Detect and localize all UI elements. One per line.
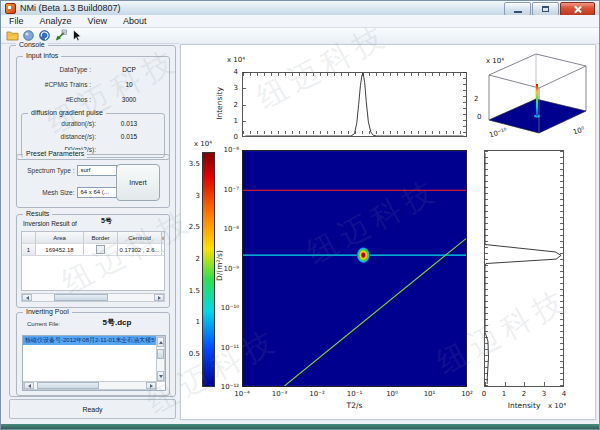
map-yticks: 10⁻⁶10⁻⁷10⁻⁸10⁻⁹10⁻¹⁰10⁻¹¹10⁻¹² <box>219 150 239 387</box>
border-header: Border <box>84 232 118 243</box>
scroll-thumb[interactable] <box>54 294 108 301</box>
menu-about[interactable]: About <box>115 16 155 26</box>
input-infos-group: Input infos DataType : DCP #CPMG Trains … <box>16 56 170 160</box>
centroid-header: Centroid <box>118 232 162 243</box>
cpmg-trains-value: 10 <box>91 81 167 88</box>
spectrum-type-value: surf <box>78 166 116 175</box>
border-checkbox[interactable] <box>96 245 105 254</box>
map-xticks: 10⁻⁴10⁻³10⁻²10⁻¹10⁰10¹10² <box>242 390 467 398</box>
echos-label: #Echos : <box>19 96 91 103</box>
current-file-value: 5号.dcp <box>77 317 157 328</box>
top-plot-ylabel: Intensity <box>215 74 224 134</box>
area-header: Area <box>36 232 84 243</box>
pool-file-item[interactable]: 核磁仪设备号-2012年08月2-11-01来全石油大楼5号 <box>23 336 156 345</box>
invert-button[interactable]: Invert <box>116 164 160 201</box>
dist-header: Dist <box>162 232 164 243</box>
app-window: NMi (Beta 1.3 Build0807) File Analyze Vi… <box>0 0 600 430</box>
menu-analyze[interactable]: Analyze <box>32 16 80 26</box>
cpmg-trains-row: #CPMG Trains : 10 <box>19 77 167 92</box>
pool-horizontal-scrollbar[interactable] <box>23 381 157 390</box>
diffusion-title: diffusion gradient pulse <box>28 109 106 117</box>
colorbar-exponent-label: x 10⁴ <box>194 140 212 148</box>
distance-label: distance(/s): <box>24 133 96 140</box>
scroll-track[interactable] <box>34 382 146 389</box>
scroll-left-icon[interactable] <box>22 294 32 301</box>
titlebar: NMi (Beta 1.3 Build0807) <box>1 1 599 15</box>
pool-listbox[interactable]: 核磁仪设备号-2012年08月2-11-01来全石油大楼5号 <box>22 335 166 391</box>
close-icon <box>573 5 582 14</box>
window-bottom-edge <box>1 424 599 429</box>
right-plot-ticks-right <box>560 151 563 386</box>
inverting-pool-group: Inverting Pool Current File: 5号.dcp 核磁仪设… <box>16 312 170 396</box>
right-plot-ticks-left <box>485 151 488 386</box>
minimize-button[interactable] <box>504 2 531 16</box>
dist-cell: 99.21 <box>162 244 164 255</box>
results-group: Results Inversion Result of 5号 Area Bord… <box>16 214 170 308</box>
border-cell <box>84 244 118 255</box>
centroid-cell: 0.17302 , 2.6... <box>118 244 162 255</box>
t2-projection-curve <box>245 73 463 136</box>
console-panel: Console Input infos DataType : DCP #CPMG… <box>9 45 176 397</box>
results-title: Results <box>23 210 52 218</box>
menu-file[interactable]: File <box>1 16 32 26</box>
pointer-icon[interactable] <box>68 29 84 43</box>
top-plot-ticks-left <box>243 72 246 136</box>
preset-parameters-group: Preset Parameters Spectrum Type : surf M… <box>16 154 170 208</box>
right-plot-xticks: 01234 <box>484 390 564 398</box>
plot-panel: x 10⁴ 43210 Intensity <box>180 44 596 420</box>
echos-row: #Echos : 3000 <box>19 92 167 107</box>
scroll-right-icon[interactable] <box>146 382 156 389</box>
table-row[interactable]: 1 169452.18 0.17302 , 2.6... 99.21 <box>22 244 164 256</box>
corner-header <box>22 232 36 243</box>
right-plot-ticks-bottom <box>485 382 564 386</box>
inverting-pool-title: Inverting Pool <box>23 308 72 316</box>
mesh-size-value: 64 x 64 (... <box>78 188 116 197</box>
datatype-row: DataType : DCP <box>19 62 167 77</box>
scroll-down-icon[interactable] <box>157 371 164 381</box>
surface-exponent-label: x 10⁴ <box>486 57 504 65</box>
scroll-up-icon[interactable] <box>157 337 164 347</box>
inversion-result-value: 5号 <box>101 216 112 226</box>
spectrum-type-label: Spectrum Type : <box>19 167 74 174</box>
duration-value: 0.013 <box>96 120 162 127</box>
maximize-icon <box>542 6 549 12</box>
scroll-right-icon[interactable] <box>154 294 164 301</box>
input-infos-title: Input infos <box>23 52 61 60</box>
d-projection-curve <box>485 153 561 384</box>
row-index: 1 <box>22 244 36 255</box>
distance-value: 0.015 <box>96 133 162 140</box>
cpmg-trains-label: #CPMG Trains : <box>19 81 91 88</box>
top-plot-ticks-top <box>243 73 466 76</box>
close-button[interactable] <box>560 2 595 16</box>
colorbar-ticks: 3.532.521.510.5 <box>182 164 200 354</box>
d-t2-peak-core <box>362 253 366 258</box>
d-t2-map <box>242 150 467 387</box>
import-data-icon[interactable] <box>52 29 68 43</box>
menu-view[interactable]: View <box>80 16 115 26</box>
scroll-track[interactable] <box>157 347 164 371</box>
area-cell: 169452.18 <box>36 244 84 255</box>
scroll-thumb[interactable] <box>37 382 99 389</box>
top-plot-yticks: 43210 <box>225 72 238 137</box>
scroll-track[interactable] <box>32 294 154 301</box>
right-plot-exponent-label: x 10⁴ <box>548 402 566 410</box>
results-horizontal-scrollbar[interactable] <box>21 293 165 302</box>
pool-vertical-scrollbar[interactable] <box>156 336 165 382</box>
results-table: Area Border Centroid Dist 1 169452.18 0.… <box>21 231 165 291</box>
echos-value: 3000 <box>91 96 167 103</box>
t2-projection-plot <box>242 72 467 137</box>
colorbar <box>202 152 215 387</box>
surface-ztick-2: 2 <box>474 95 478 103</box>
maximize-button[interactable] <box>532 2 559 16</box>
minimize-icon <box>514 11 522 13</box>
surface-ztick-0: 0 <box>477 113 481 121</box>
scroll-thumb[interactable] <box>157 349 164 359</box>
scroll-left-icon[interactable] <box>24 382 34 389</box>
datatype-value: DCP <box>91 66 167 73</box>
map-xlabel: T2/s <box>242 401 467 410</box>
duration-row: duration(/s): 0.013 <box>24 117 162 130</box>
mesh-size-row: Mesh Size: 64 x 64 (... <box>19 185 127 200</box>
current-file-label: Current File: <box>27 321 60 327</box>
map-background <box>243 151 466 386</box>
status-bar: Ready <box>9 399 176 419</box>
